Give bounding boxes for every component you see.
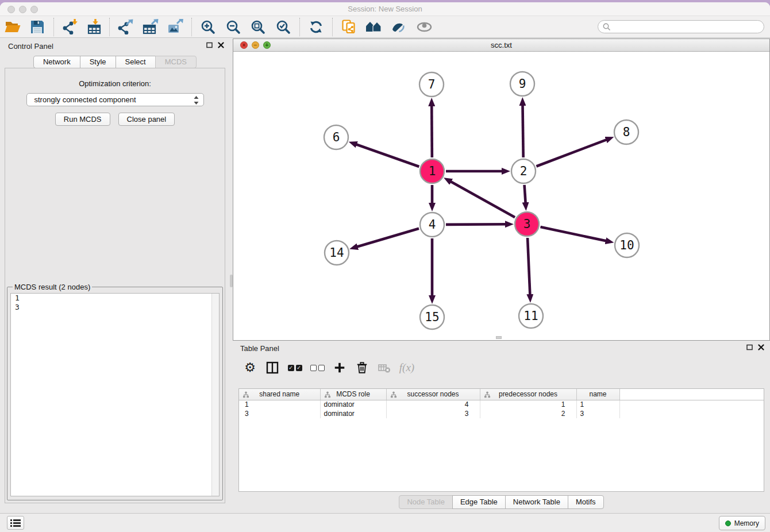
tab-node-table[interactable]: Node Table <box>399 495 453 509</box>
graph-node-4[interactable]: 4 <box>420 213 444 237</box>
tab-edge-table[interactable]: Edge Table <box>452 495 506 509</box>
close-panel-icon[interactable] <box>758 344 764 350</box>
fit-content-button[interactable] <box>249 18 267 36</box>
mcds-result-text[interactable]: 13 <box>10 293 220 496</box>
delete-column-button[interactable] <box>354 360 370 376</box>
graph-edge-1-7[interactable] <box>432 105 432 157</box>
graph-node-6[interactable]: 6 <box>324 125 348 149</box>
splitter-handle-vertical[interactable] <box>230 275 233 287</box>
graph-edge-2-8[interactable] <box>536 140 607 167</box>
table-cell[interactable]: 3 <box>239 409 320 418</box>
refresh-layout-button[interactable] <box>307 18 325 36</box>
zoom-in-button[interactable] <box>199 18 217 36</box>
graph-node-3[interactable]: 3 <box>515 212 539 236</box>
table-cell[interactable]: 3 <box>386 409 480 418</box>
criterion-dropdown[interactable]: strongly connected component <box>26 93 204 106</box>
table-cell[interactable]: 2 <box>480 409 576 418</box>
table-cell[interactable]: dominator <box>320 409 386 418</box>
unchecked-boxes-icon <box>310 365 325 371</box>
graph-node-1[interactable]: 1 <box>420 159 444 183</box>
memory-button[interactable]: Memory <box>719 516 765 530</box>
graph-node-2[interactable]: 2 <box>511 159 536 183</box>
graph-edge-2-9[interactable] <box>522 105 523 157</box>
tab-style[interactable]: Style <box>80 56 116 68</box>
result-scrollbar[interactable] <box>211 294 219 496</box>
task-history-button[interactable] <box>7 516 24 530</box>
table-settings-button[interactable]: ⚙ <box>242 360 258 376</box>
zoom-selected-button[interactable] <box>275 18 292 36</box>
table-panel-header: Table Panel <box>233 341 770 356</box>
close-panel-icon[interactable] <box>218 42 224 48</box>
float-panel-icon[interactable] <box>206 42 213 48</box>
delete-table-button[interactable] <box>376 360 392 376</box>
import-table-icon <box>87 19 102 34</box>
tab-network[interactable]: Network <box>33 56 80 68</box>
toolbar-separator <box>191 18 192 36</box>
search-input[interactable] <box>613 21 759 32</box>
export-table-button[interactable] <box>142 18 159 36</box>
column-header-mcds-role[interactable]: MCDS role <box>320 389 386 400</box>
run-mcds-button[interactable]: Run MCDS <box>55 113 110 126</box>
column-header-shared-name[interactable]: shared name <box>239 389 320 400</box>
float-panel-icon[interactable] <box>746 344 753 350</box>
splitter-handle-horizontal[interactable] <box>496 336 502 339</box>
save-session-button[interactable] <box>29 18 46 36</box>
graph-edge-3-11[interactable] <box>528 238 530 295</box>
table-cell[interactable]: 4 <box>386 400 480 409</box>
table-row[interactable]: 1dominator411 <box>239 400 764 409</box>
graph-edge-1-6[interactable] <box>356 144 419 167</box>
graph-node-10[interactable]: 10 <box>615 233 639 257</box>
duplicate-network-button[interactable] <box>340 18 357 36</box>
graph-node-11[interactable]: 11 <box>519 304 543 328</box>
svg-text:11: 11 <box>523 309 538 323</box>
show-columns-button[interactable] <box>264 360 280 376</box>
column-header-name[interactable]: name <box>576 389 619 400</box>
table-cell[interactable]: dominator <box>320 400 386 409</box>
zoom-out-button[interactable] <box>225 18 242 36</box>
graph-node-8[interactable]: 8 <box>614 120 638 144</box>
import-table-button[interactable] <box>86 18 103 36</box>
open-session-button[interactable] <box>4 18 21 36</box>
table-cell-filler <box>619 400 764 409</box>
graph-node-7[interactable]: 7 <box>419 72 444 97</box>
column-header-filler <box>619 389 764 400</box>
deselect-all-columns-button[interactable] <box>309 360 325 376</box>
export-network-icon <box>117 19 133 34</box>
network-canvas[interactable]: 1234678910111415 <box>233 52 769 340</box>
tab-mcds[interactable]: MCDS <box>155 56 197 68</box>
eye-button[interactable] <box>415 18 433 36</box>
svg-text:14: 14 <box>329 246 344 260</box>
table-cell[interactable]: 3 <box>576 409 619 418</box>
graph-node-9[interactable]: 9 <box>510 72 534 96</box>
style-preview-button[interactable] <box>390 18 407 36</box>
column-header-successor-nodes[interactable]: successor nodes <box>386 389 480 400</box>
function-builder-button[interactable]: f(x) <box>399 360 415 376</box>
graph-edge-3-1[interactable] <box>450 182 515 218</box>
graph-edge-4-3[interactable] <box>446 224 506 225</box>
tab-network-table[interactable]: Network Table <box>505 495 568 509</box>
graph-node-15[interactable]: 15 <box>420 305 444 329</box>
import-network-button[interactable] <box>61 18 78 36</box>
graph-edge-4-14[interactable] <box>357 229 419 247</box>
graph-edge-3-10[interactable] <box>540 227 606 241</box>
column-header-predecessor-nodes[interactable]: predecessor nodes <box>480 389 576 400</box>
select-all-columns-button[interactable]: ✓✓ <box>287 360 303 376</box>
zoom-out-icon <box>226 20 241 34</box>
home-button[interactable] <box>365 18 382 36</box>
tab-select[interactable]: Select <box>116 56 156 68</box>
table-cell[interactable]: 1 <box>480 400 576 409</box>
table-row[interactable]: 3dominator323 <box>239 409 764 418</box>
graph-edge-2-3[interactable] <box>525 185 526 203</box>
graph-node-14[interactable]: 14 <box>325 241 349 265</box>
toolbar-separator <box>299 18 300 36</box>
table-cell[interactable]: 1 <box>576 400 619 409</box>
zoom-selected-icon <box>276 20 291 34</box>
close-panel-button[interactable]: Close panel <box>118 113 175 126</box>
export-network-button[interactable] <box>117 18 134 36</box>
mcds-result-value: 1 <box>11 294 219 303</box>
add-column-button[interactable] <box>332 360 348 376</box>
table-cell[interactable]: 1 <box>239 400 320 409</box>
tab-motifs[interactable]: Motifs <box>568 495 604 509</box>
export-image-button[interactable] <box>167 18 184 36</box>
dropdown-chevrons-icon <box>194 96 199 105</box>
